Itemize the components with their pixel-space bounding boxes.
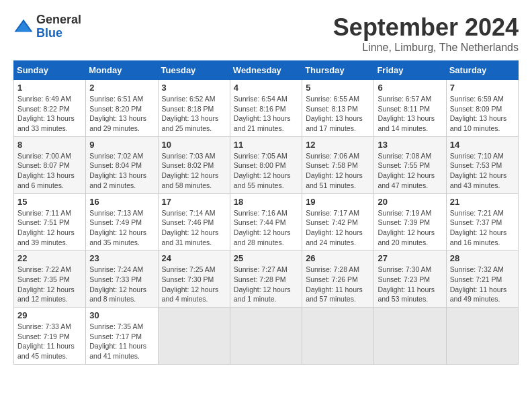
day-number: 17 [162,197,226,207]
calendar-cell [374,308,446,365]
calendar-cell: 16Sunrise: 7:13 AMSunset: 7:49 PMDayligh… [86,193,158,250]
calendar-cell [158,308,230,365]
header-wednesday: Wednesday [230,61,302,80]
header-tuesday: Tuesday [158,61,230,80]
calendar-cell: 27Sunrise: 7:30 AMSunset: 7:23 PMDayligh… [374,250,446,308]
calendar-cell: 1Sunrise: 6:49 AMSunset: 8:22 PMDaylight… [14,80,86,137]
calendar-cell: 15Sunrise: 7:11 AMSunset: 7:51 PMDayligh… [14,193,86,250]
calendar-cell: 17Sunrise: 7:14 AMSunset: 7:46 PMDayligh… [158,193,230,250]
day-info: Sunrise: 7:16 AMSunset: 7:44 PMDaylight:… [234,208,298,248]
calendar-cell [230,308,302,365]
calendar-week-row: 29Sunrise: 7:33 AMSunset: 7:19 PMDayligh… [14,308,519,365]
calendar-cell: 3Sunrise: 6:52 AMSunset: 8:18 PMDaylight… [158,80,230,137]
calendar: SundayMondayTuesdayWednesdayThursdayFrid… [13,60,519,365]
day-info: Sunrise: 6:52 AMSunset: 8:18 PMDaylight:… [162,94,226,134]
day-info: Sunrise: 7:28 AMSunset: 7:26 PMDaylight:… [306,265,370,304]
day-number: 19 [306,197,370,207]
calendar-cell: 23Sunrise: 7:24 AMSunset: 7:33 PMDayligh… [86,250,158,308]
calendar-cell: 11Sunrise: 7:05 AMSunset: 8:00 PMDayligh… [230,136,302,193]
day-info: Sunrise: 7:17 AMSunset: 7:42 PMDaylight:… [306,208,370,248]
day-number: 26 [306,253,370,263]
logo-text: General Blue [36,13,81,40]
day-number: 24 [162,253,226,263]
day-number: 15 [17,197,82,207]
calendar-cell: 30Sunrise: 7:35 AMSunset: 7:17 PMDayligh… [86,308,158,365]
calendar-cell: 9Sunrise: 7:02 AMSunset: 8:04 PMDaylight… [86,136,158,193]
day-number: 21 [450,197,515,207]
day-info: Sunrise: 7:27 AMSunset: 7:28 PMDaylight:… [234,265,298,304]
day-number: 2 [89,83,154,93]
day-info: Sunrise: 7:30 AMSunset: 7:23 PMDaylight:… [378,265,442,304]
day-info: Sunrise: 7:33 AMSunset: 7:19 PMDaylight:… [17,322,82,361]
day-info: Sunrise: 7:25 AMSunset: 7:30 PMDaylight:… [162,265,226,304]
month-title: September 2024 [333,13,519,42]
header-sunday: Sunday [14,61,86,80]
calendar-week-row: 22Sunrise: 7:22 AMSunset: 7:35 PMDayligh… [14,250,519,308]
day-info: Sunrise: 7:21 AMSunset: 7:37 PMDaylight:… [450,208,515,248]
day-info: Sunrise: 7:02 AMSunset: 8:04 PMDaylight:… [89,151,154,191]
day-info: Sunrise: 7:05 AMSunset: 8:00 PMDaylight:… [234,151,298,191]
day-info: Sunrise: 7:22 AMSunset: 7:35 PMDaylight:… [17,265,82,304]
day-number: 9 [89,140,154,150]
day-number: 28 [450,253,515,263]
day-info: Sunrise: 7:19 AMSunset: 7:39 PMDaylight:… [378,208,442,248]
day-info: Sunrise: 6:51 AMSunset: 8:20 PMDaylight:… [89,94,154,134]
calendar-cell: 18Sunrise: 7:16 AMSunset: 7:44 PMDayligh… [230,193,302,250]
day-number: 6 [378,83,442,93]
day-number: 20 [378,197,442,207]
day-number: 14 [450,140,515,150]
day-number: 29 [17,310,82,320]
calendar-cell: 13Sunrise: 7:08 AMSunset: 7:55 PMDayligh… [374,136,446,193]
day-number: 27 [378,253,442,263]
calendar-header-row: SundayMondayTuesdayWednesdayThursdayFrid… [14,61,519,80]
header-saturday: Saturday [446,61,518,80]
header-friday: Friday [374,61,446,80]
day-number: 4 [234,83,298,93]
day-number: 5 [306,83,370,93]
day-number: 10 [162,140,226,150]
calendar-cell: 22Sunrise: 7:22 AMSunset: 7:35 PMDayligh… [14,250,86,308]
calendar-cell: 14Sunrise: 7:10 AMSunset: 7:53 PMDayligh… [446,136,518,193]
calendar-cell: 29Sunrise: 7:33 AMSunset: 7:19 PMDayligh… [14,308,86,365]
calendar-cell: 7Sunrise: 6:59 AMSunset: 8:09 PMDaylight… [446,80,518,137]
calendar-cell: 24Sunrise: 7:25 AMSunset: 7:30 PMDayligh… [158,250,230,308]
calendar-cell: 2Sunrise: 6:51 AMSunset: 8:20 PMDaylight… [86,80,158,137]
header-thursday: Thursday [302,61,374,80]
day-info: Sunrise: 7:10 AMSunset: 7:53 PMDaylight:… [450,151,515,191]
calendar-week-row: 8Sunrise: 7:00 AMSunset: 8:07 PMDaylight… [14,136,519,193]
day-number: 11 [234,140,298,150]
calendar-cell: 19Sunrise: 7:17 AMSunset: 7:42 PMDayligh… [302,193,374,250]
calendar-cell: 25Sunrise: 7:27 AMSunset: 7:28 PMDayligh… [230,250,302,308]
calendar-cell: 8Sunrise: 7:00 AMSunset: 8:07 PMDaylight… [14,136,86,193]
day-info: Sunrise: 6:54 AMSunset: 8:16 PMDaylight:… [234,94,298,134]
day-number: 22 [17,253,82,263]
calendar-cell: 4Sunrise: 6:54 AMSunset: 8:16 PMDaylight… [230,80,302,137]
day-info: Sunrise: 7:24 AMSunset: 7:33 PMDaylight:… [89,265,154,304]
calendar-cell: 20Sunrise: 7:19 AMSunset: 7:39 PMDayligh… [374,193,446,250]
calendar-cell: 10Sunrise: 7:03 AMSunset: 8:02 PMDayligh… [158,136,230,193]
day-info: Sunrise: 7:06 AMSunset: 7:58 PMDaylight:… [306,151,370,191]
day-info: Sunrise: 7:35 AMSunset: 7:17 PMDaylight:… [89,322,154,361]
title-section: September 2024 Linne, Limburg, The Nethe… [333,13,519,54]
calendar-week-row: 1Sunrise: 6:49 AMSunset: 8:22 PMDaylight… [14,80,519,137]
header-monday: Monday [86,61,158,80]
day-info: Sunrise: 7:32 AMSunset: 7:21 PMDaylight:… [450,265,515,304]
day-info: Sunrise: 6:57 AMSunset: 8:11 PMDaylight:… [378,94,442,134]
page-header: General Blue September 2024 Linne, Limbu… [13,13,519,54]
day-info: Sunrise: 7:11 AMSunset: 7:51 PMDaylight:… [17,208,82,248]
day-number: 12 [306,140,370,150]
day-number: 13 [378,140,442,150]
day-number: 23 [89,253,154,263]
location-title: Linne, Limburg, The Netherlands [333,42,519,54]
day-number: 30 [89,310,154,320]
day-info: Sunrise: 7:00 AMSunset: 8:07 PMDaylight:… [17,151,82,191]
logo-general: General [36,13,81,27]
day-info: Sunrise: 6:49 AMSunset: 8:22 PMDaylight:… [17,94,82,134]
day-info: Sunrise: 7:13 AMSunset: 7:49 PMDaylight:… [89,208,154,248]
day-number: 18 [234,197,298,207]
day-number: 7 [450,83,515,93]
day-number: 8 [17,140,82,150]
day-info: Sunrise: 7:14 AMSunset: 7:46 PMDaylight:… [162,208,226,248]
day-info: Sunrise: 7:08 AMSunset: 7:55 PMDaylight:… [378,151,442,191]
day-number: 16 [89,197,154,207]
